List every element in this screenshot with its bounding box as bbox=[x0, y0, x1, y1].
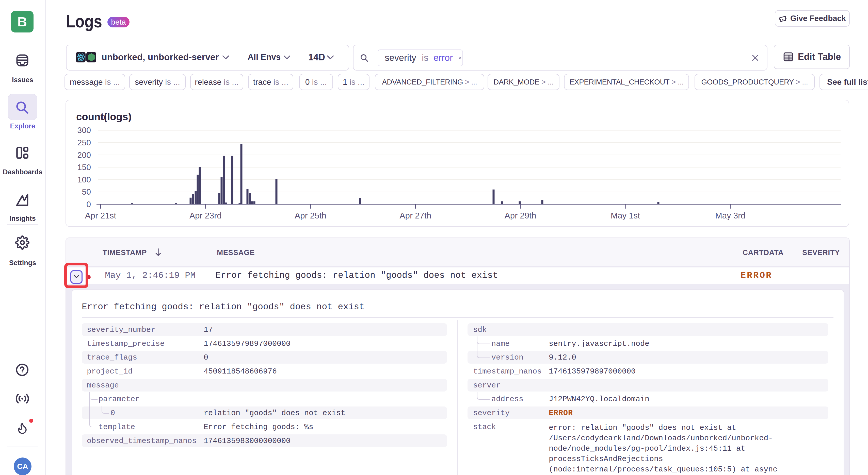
svg-text:150: 150 bbox=[78, 163, 91, 172]
svg-text:May 3rd: May 3rd bbox=[715, 211, 745, 220]
svg-text:Apr 23rd: Apr 23rd bbox=[189, 211, 222, 220]
svg-text:Apr 27th: Apr 27th bbox=[400, 211, 431, 220]
svg-text:300: 300 bbox=[78, 126, 91, 135]
svg-text:200: 200 bbox=[78, 150, 91, 160]
svg-text:50: 50 bbox=[82, 187, 91, 196]
svg-text:0: 0 bbox=[86, 200, 91, 209]
svg-text:250: 250 bbox=[78, 138, 91, 147]
svg-text:100: 100 bbox=[78, 175, 91, 184]
svg-text:May 1st: May 1st bbox=[611, 211, 640, 220]
svg-text:Apr 25th: Apr 25th bbox=[294, 211, 326, 220]
svg-text:Apr 21st: Apr 21st bbox=[85, 211, 116, 220]
svg-text:Apr 29th: Apr 29th bbox=[505, 211, 536, 220]
